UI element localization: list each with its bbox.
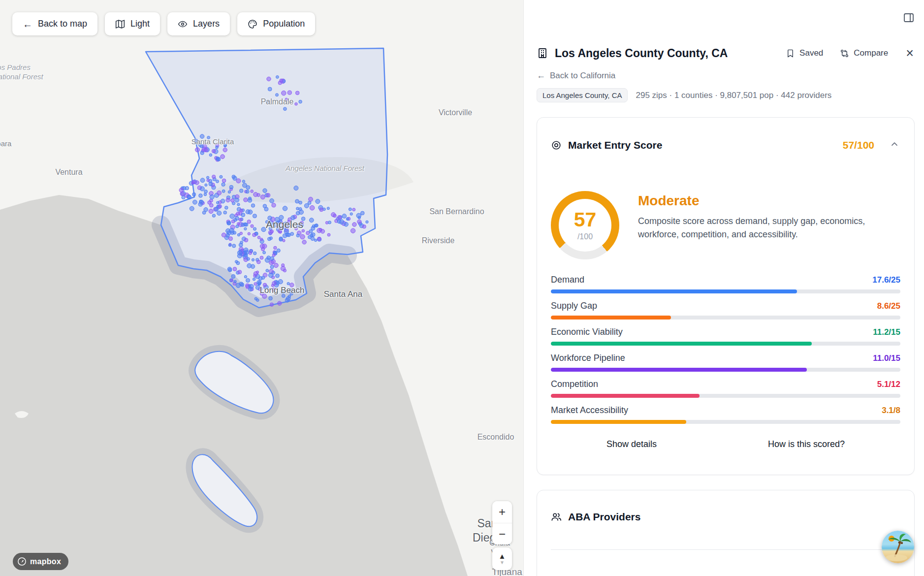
metric-value: 8.6/25 (877, 301, 900, 311)
palette-icon (248, 19, 257, 29)
metric-bar-track (551, 420, 900, 424)
metric-bar-track (551, 289, 900, 293)
score-description: Composite score across demand, supply ga… (638, 215, 900, 241)
chevron-up-icon[interactable] (889, 138, 900, 152)
metric-bar-track (551, 368, 900, 372)
aba-providers-card: ABA Providers (537, 490, 915, 576)
arrow-down-icon: ▼ (500, 560, 505, 565)
score-metrics-list: Demand 17.6/25 Supply Gap 8.6/25 Economi… (551, 275, 900, 424)
mapbox-logo-icon (17, 557, 27, 566)
map-geometry (0, 0, 523, 576)
score-display: 57/100 (843, 139, 874, 151)
metric-bar-track (551, 394, 900, 398)
population-button[interactable]: Population (237, 12, 315, 35)
show-details-button[interactable]: Show details (604, 439, 660, 450)
metric-bar-fill (551, 368, 807, 372)
metric-label: Supply Gap (551, 301, 597, 311)
panel-header: Los Angeles County County, CA Saved Comp… (537, 45, 915, 61)
zoom-in-button[interactable]: + (492, 501, 512, 523)
mapbox-label: mapbox (30, 557, 61, 566)
metric-label: Competition (551, 379, 598, 389)
map-icon (115, 19, 125, 29)
back-link-label: Back to California (550, 71, 615, 81)
how-scored-button[interactable]: How is this scored? (765, 439, 848, 450)
page-title: Los Angeles County County, CA (555, 47, 728, 60)
stats-line: 295 zips · 1 counties · 9,807,501 pop · … (636, 91, 831, 100)
metric-bar-track (551, 316, 900, 320)
region-chip[interactable]: Los Angeles County, CA (537, 88, 628, 102)
metric-value: 3.1/8 (882, 406, 900, 416)
bookmark-icon (786, 49, 795, 58)
arrow-left-icon: ← (23, 19, 32, 29)
compare-button[interactable]: Compare (840, 48, 888, 58)
metric-value: 11.0/15 (873, 353, 900, 363)
map-style-label: Light (130, 19, 150, 29)
target-icon (551, 140, 562, 151)
metric-label: Workforce Pipeline (551, 353, 625, 363)
providers-icon (551, 512, 562, 522)
score-summary: 57 /100 Moderate Composite score across … (551, 191, 900, 259)
metric-label: Economic Viability (551, 327, 623, 337)
back-to-california-link[interactable]: ← Back to California (537, 70, 615, 81)
compare-label: Compare (854, 48, 888, 58)
metric-label: Demand (551, 275, 584, 285)
score-rating: Moderate (638, 193, 900, 209)
detail-panel: Los Angeles County County, CA Saved Comp… (523, 0, 924, 576)
eye-icon (178, 19, 188, 29)
score-card-header: Market Entry Score 57/100 (551, 138, 900, 152)
close-panel-button[interactable]: × (905, 47, 915, 60)
metric-value: 17.6/25 (872, 275, 900, 285)
metric-row: Competition 5.1/12 (551, 379, 900, 398)
providers-card-header: ABA Providers (551, 511, 900, 523)
back-to-map-button[interactable]: ← Back to map (12, 12, 97, 35)
zoom-out-button[interactable]: − (492, 523, 512, 544)
metric-bar-fill (551, 342, 812, 346)
market-entry-score-card: Market Entry Score 57/100 57 /100 Modera… (537, 117, 915, 475)
map-toolbar: ← Back to map Light Layers Population (12, 12, 315, 35)
assistant-widget-button[interactable] (882, 531, 914, 563)
metric-row: Supply Gap 8.6/25 (551, 301, 900, 320)
metric-bar-fill (551, 420, 686, 424)
layers-label: Layers (193, 19, 220, 29)
metric-value: 11.2/15 (873, 327, 900, 337)
score-denominator: /100 (577, 232, 593, 241)
metric-row: Market Accessibility 3.1/8 (551, 405, 900, 424)
metric-bar-fill (551, 289, 797, 293)
arrow-up-icon: ▲ (499, 552, 506, 560)
zoom-controls: + − (492, 501, 512, 544)
score-value: 57 (574, 210, 597, 230)
back-to-map-label: Back to map (38, 19, 87, 29)
metric-value: 5.1/12 (877, 380, 900, 389)
layers-button[interactable]: Layers (167, 12, 230, 35)
saved-label: Saved (799, 48, 823, 58)
metric-row: Demand 17.6/25 (551, 275, 900, 293)
population-label: Population (263, 19, 305, 29)
metric-bar-fill (551, 316, 671, 320)
map-style-button[interactable]: Light (105, 12, 160, 35)
collapse-panel-button[interactable] (901, 10, 917, 27)
score-gauge: 57 /100 (551, 191, 619, 259)
score-card-title: Market Entry Score (568, 139, 662, 151)
providers-card-title: ABA Providers (568, 511, 640, 523)
building-icon (537, 47, 548, 59)
metric-label: Market Accessibility (551, 405, 628, 416)
arrow-left-icon: ← (537, 70, 545, 81)
compass-control[interactable]: ▲ ▼ (492, 547, 512, 570)
divider (551, 549, 900, 550)
metric-bar-track (551, 342, 900, 346)
score-card-actions: Show details How is this scored? (551, 439, 900, 450)
header-actions: Saved Compare × (786, 47, 915, 60)
mapbox-attribution[interactable]: mapbox (13, 553, 68, 570)
region-stats-row: Los Angeles County, CA 295 zips · 1 coun… (537, 88, 915, 102)
saved-button[interactable]: Saved (786, 48, 823, 58)
metric-bar-fill (551, 394, 700, 398)
metric-row: Workforce Pipeline 11.0/15 (551, 353, 900, 372)
compare-icon (840, 49, 849, 58)
metric-row: Economic Viability 11.2/15 (551, 327, 900, 346)
map-canvas[interactable]: Los Padres National ForestBarbaraPalmdal… (0, 0, 523, 576)
